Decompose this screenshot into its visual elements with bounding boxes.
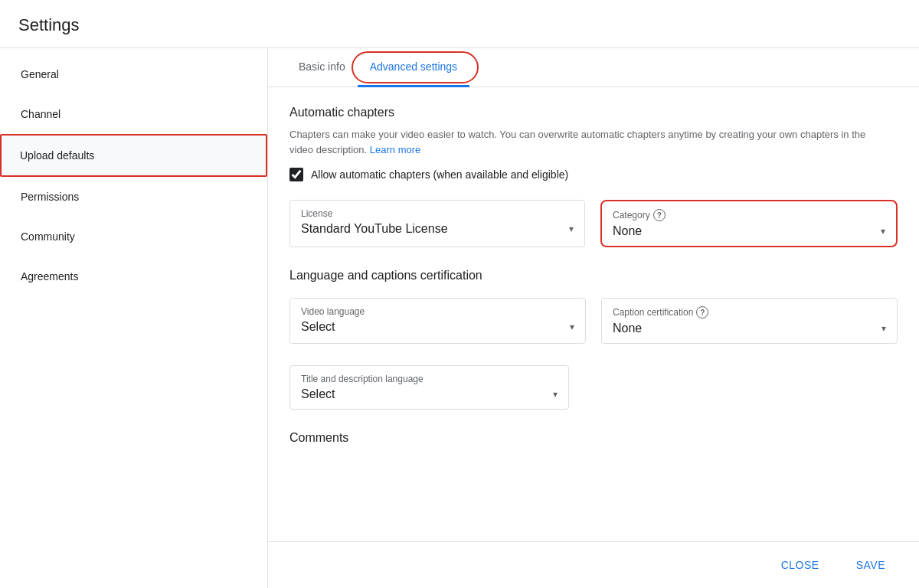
category-label: Category ? <box>613 209 885 221</box>
caption-certification-value: None ▾ <box>613 322 886 335</box>
close-button[interactable]: CLOSE <box>769 553 832 577</box>
category-help-icon: ? <box>653 209 666 221</box>
title-desc-language-label: Title and description language <box>301 374 558 384</box>
sidebar: General Channel Upload defaults Permissi… <box>0 48 268 588</box>
automatic-chapters-title: Automatic chapters <box>289 106 898 119</box>
automatic-chapters-checkbox-label: Allow automatic chapters (when available… <box>311 168 568 181</box>
tab-basic-info[interactable]: Basic info <box>286 48 358 87</box>
title-desc-language-dropdown[interactable]: Title and description language Select ▾ <box>289 365 569 410</box>
automatic-chapters-checkbox-row: Allow automatic chapters (when available… <box>289 168 898 181</box>
license-chevron-icon: ▾ <box>569 224 574 234</box>
dialog-header: Settings <box>0 0 919 48</box>
sidebar-item-general[interactable]: General <box>0 54 267 94</box>
license-category-row: License Standard YouTube License ▾ Categ… <box>289 200 898 247</box>
dialog-title: Settings <box>18 15 80 34</box>
comments-title: Comments <box>289 431 898 445</box>
automatic-chapters-desc: Chapters can make your video easier to w… <box>289 127 872 157</box>
license-dropdown[interactable]: License Standard YouTube License ▾ <box>289 200 585 247</box>
video-language-caption-row: Video language Select ▾ Caption certific… <box>289 298 898 344</box>
sidebar-item-agreements[interactable]: Agreements <box>0 256 267 296</box>
dialog-footer: CLOSE SAVE <box>268 541 919 588</box>
automatic-chapters-checkbox[interactable] <box>289 168 303 181</box>
video-language-dropdown[interactable]: Video language Select ▾ <box>289 298 586 344</box>
language-captions-section: Language and captions certification <box>289 269 898 283</box>
category-chevron-icon: ▾ <box>881 226 885 237</box>
license-label: License <box>301 208 574 219</box>
caption-certification-help-icon: ? <box>696 306 708 318</box>
caption-certification-chevron-icon: ▾ <box>881 323 886 334</box>
category-value: None ▾ <box>613 224 885 238</box>
automatic-chapters-section: Automatic chapters Chapters can make you… <box>289 106 898 181</box>
video-language-label: Video language <box>301 306 574 317</box>
caption-certification-dropdown[interactable]: Caption certification ? None ▾ <box>601 298 898 344</box>
category-dropdown[interactable]: Category ? None ▾ <box>600 200 898 247</box>
content-body: Automatic chapters Chapters can make you… <box>268 87 919 541</box>
video-language-chevron-icon: ▾ <box>570 322 574 332</box>
video-language-value: Select ▾ <box>301 320 574 334</box>
sidebar-item-permissions[interactable]: Permissions <box>0 177 267 217</box>
content-area: Basic info Advanced settings Automatic c… <box>268 48 919 588</box>
license-value: Standard YouTube License ▾ <box>301 222 574 236</box>
title-desc-language-chevron-icon: ▾ <box>553 389 558 400</box>
language-captions-title: Language and captions certification <box>289 269 898 283</box>
caption-certification-label: Caption certification ? <box>613 306 886 318</box>
tab-advanced-settings[interactable]: Advanced settings <box>358 48 469 87</box>
sidebar-item-community[interactable]: Community <box>0 217 267 256</box>
title-desc-language-value: Select ▾ <box>301 387 558 401</box>
save-button[interactable]: SAVE <box>844 553 898 577</box>
tabs-bar: Basic info Advanced settings <box>268 48 919 87</box>
main-layout: General Channel Upload defaults Permissi… <box>0 48 919 588</box>
learn-more-link[interactable]: Learn more <box>370 144 420 155</box>
sidebar-item-channel[interactable]: Channel <box>0 94 267 134</box>
sidebar-item-upload-defaults[interactable]: Upload defaults <box>0 134 267 177</box>
tab-advanced-wrapper: Advanced settings <box>358 48 469 87</box>
title-desc-language-row: Title and description language Select ▾ <box>289 365 898 410</box>
